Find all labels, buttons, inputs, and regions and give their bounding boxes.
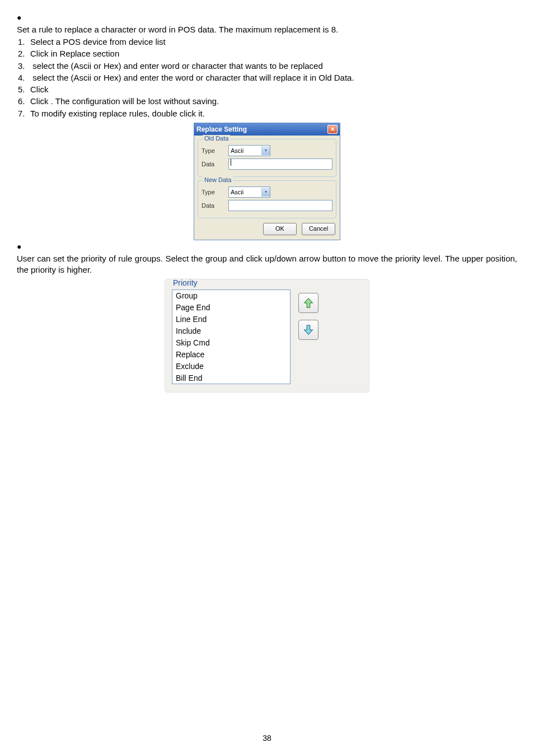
list-item[interactable]: Page End	[172, 302, 290, 314]
arrow-up-icon	[302, 297, 315, 309]
step-text: Click in Replace section	[30, 49, 119, 58]
old-type-select[interactable]: Ascii ▾	[228, 145, 270, 156]
list-item[interactable]: Skip Cmd	[172, 337, 290, 349]
step-text: Click . The configuration will be lost w…	[30, 96, 219, 106]
step-num: 2.	[18, 48, 30, 59]
priority-legend: Priority	[171, 278, 200, 287]
step-text: Select a POS device from device list	[30, 37, 166, 46]
step-num: 7.	[18, 108, 30, 119]
step-num: 5.	[18, 84, 30, 95]
step-text: select the (Ascii or Hex) and enter the …	[30, 73, 354, 82]
data-label: Data	[202, 161, 228, 167]
step-num: 6.	[18, 96, 30, 107]
arrow-down-icon	[302, 324, 315, 336]
move-down-button[interactable]	[298, 320, 318, 340]
new-data-input[interactable]	[228, 200, 332, 211]
new-data-group: New Data Type Ascii ▾ Data	[198, 180, 336, 218]
page-number: 38	[0, 734, 534, 743]
intro-text: Set a rule to replace a character or wor…	[17, 24, 517, 35]
old-data-group: Old Data Type Ascii ▾ Data	[198, 139, 336, 177]
bullet: ●	[17, 242, 21, 251]
step-num: 1.	[18, 36, 30, 48]
list-item[interactable]: Include	[172, 325, 290, 337]
cancel-button[interactable]: Cancel	[302, 223, 335, 235]
priority-group: Priority Group Page End Line End Include…	[165, 279, 369, 393]
new-type-value: Ascii	[231, 189, 243, 195]
old-data-input[interactable]	[228, 158, 332, 170]
bullet: ●	[17, 13, 21, 22]
type-label: Type	[202, 147, 228, 154]
chevron-down-icon: ▾	[261, 146, 270, 155]
list-item[interactable]: Group	[172, 290, 290, 302]
dialog-title: Replace Setting	[196, 125, 247, 133]
list-item[interactable]: Replace	[172, 349, 290, 361]
step-text: select the (Ascii or Hex) and enter word…	[30, 61, 323, 71]
new-data-legend: New Data	[203, 176, 233, 183]
step-num: 3.	[18, 60, 30, 72]
priority-listbox[interactable]: Group Page End Line End Include Skip Cmd…	[172, 290, 291, 384]
old-data-legend: Old Data	[203, 135, 230, 142]
chevron-down-icon: ▾	[261, 188, 270, 197]
data-label: Data	[202, 202, 228, 209]
new-type-select[interactable]: Ascii ▾	[228, 186, 270, 198]
old-type-value: Ascii	[231, 147, 243, 154]
move-up-button[interactable]	[298, 293, 318, 313]
close-icon[interactable]: ✕	[327, 125, 338, 134]
list-item[interactable]: Bill End	[172, 372, 290, 384]
dialog-titlebar: Replace Setting ✕	[194, 123, 340, 136]
ok-button[interactable]: OK	[263, 223, 297, 235]
list-item[interactable]: Line End	[172, 314, 290, 325]
step-text: To modify existing replace rules, double…	[30, 109, 205, 118]
step-num: 4.	[18, 72, 30, 83]
list-item[interactable]: Exclude	[172, 361, 290, 372]
replace-setting-dialog: Replace Setting ✕ Old Data Type Ascii ▾ …	[194, 123, 340, 240]
priority-desc: User can set the priority of rule groups…	[17, 253, 517, 276]
step-text: Click	[30, 85, 49, 94]
type-label: Type	[202, 189, 228, 195]
